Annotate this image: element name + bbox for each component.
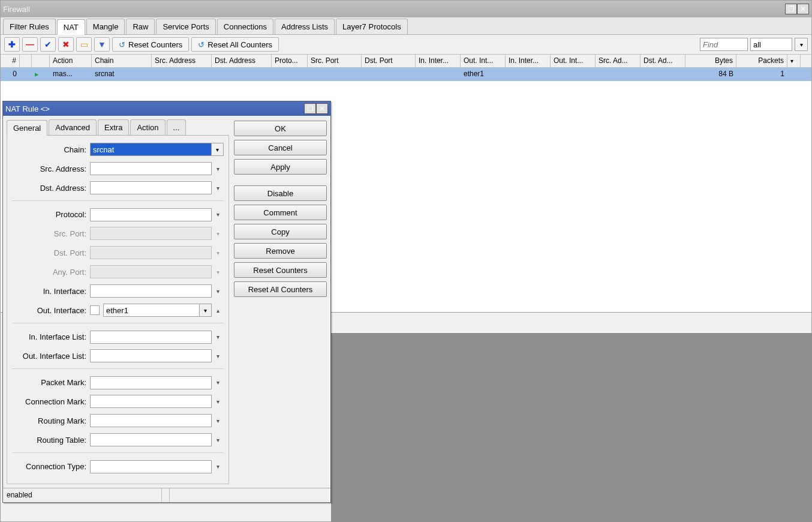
input-connection-type[interactable] (90, 460, 212, 473)
input-dst-address[interactable] (90, 181, 212, 194)
dialog-close-button[interactable]: ✕ (316, 103, 328, 114)
col-in-inter[interactable]: In. Inter... (416, 55, 461, 67)
filter-button[interactable]: ▼ (94, 37, 110, 52)
dlg-tab-more[interactable]: ... (167, 119, 187, 135)
col-dst-address[interactable]: Dst. Address (212, 55, 272, 67)
routing-mark-expand[interactable] (212, 414, 224, 427)
disable-button[interactable]: ✖ (58, 37, 74, 52)
in-interface-list-expand[interactable] (212, 331, 224, 344)
comment-button[interactable]: ▭ (76, 37, 92, 52)
src-address-expand[interactable] (212, 162, 224, 175)
x-icon: ✖ (62, 40, 70, 49)
input-dst-port (90, 246, 212, 259)
table-row[interactable]: 0 ▸ mas... srcnat ether1 84 B 1 (1, 68, 811, 81)
input-src-address[interactable] (90, 162, 212, 175)
label-in-interface-list: In. Interface List: (12, 332, 90, 341)
in-interface-expand[interactable] (212, 284, 224, 298)
col-out-int2[interactable]: Out. Int... (551, 55, 596, 67)
comment-rule-button[interactable]: Comment (234, 205, 327, 220)
nat-rule-dialog: NAT Rule <> ❐ ✕ General Advanced Extra A… (2, 101, 331, 503)
input-connection-mark[interactable] (90, 395, 212, 408)
main-maximize-button[interactable]: ❐ (785, 4, 797, 14)
input-out-interface-list[interactable] (90, 349, 212, 362)
add-button[interactable]: ✚ (4, 37, 20, 52)
disable-rule-button[interactable]: Disable (234, 185, 327, 201)
out-interface-collapse[interactable] (212, 304, 224, 317)
cell-dst-port (362, 68, 416, 81)
label-connection-mark: Connection Mark: (12, 397, 90, 406)
tab-nat[interactable]: NAT (57, 19, 85, 35)
remove-rule-button[interactable]: Remove (234, 243, 327, 259)
dst-port-expand[interactable] (212, 246, 224, 259)
col-dst-port[interactable]: Dst. Port (362, 55, 416, 67)
col-flag[interactable] (20, 55, 32, 67)
dlg-tab-extra[interactable]: Extra (98, 119, 129, 135)
out-interface-dropdown[interactable] (200, 304, 212, 317)
input-routing-mark[interactable] (90, 414, 212, 427)
any-port-expand[interactable] (212, 265, 224, 278)
main-title: Firewall (3, 5, 785, 14)
label-src-port: Src. Port: (12, 229, 90, 238)
label-any-port: Any. Port: (12, 268, 90, 277)
input-chain[interactable]: srcnat (90, 143, 212, 156)
connection-mark-expand[interactable] (212, 395, 224, 408)
input-protocol[interactable] (90, 208, 212, 221)
out-interface-list-expand[interactable] (212, 349, 224, 362)
chain-dropdown[interactable] (212, 143, 224, 156)
label-protocol: Protocol: (12, 210, 90, 219)
tab-filter-rules[interactable]: Filter Rules (3, 19, 56, 34)
remove-button[interactable]: — (22, 37, 38, 52)
dlg-tab-advanced[interactable]: Advanced (49, 119, 97, 135)
dialog-maximize-button[interactable]: ❐ (304, 103, 316, 114)
tab-address-lists[interactable]: Address Lists (275, 19, 335, 34)
src-port-expand[interactable] (212, 227, 224, 240)
tab-mangle[interactable]: Mangle (86, 19, 125, 34)
tab-layer7[interactable]: Layer7 Protocols (336, 19, 408, 34)
dlg-tab-action[interactable]: Action (130, 119, 165, 135)
cancel-button[interactable]: Cancel (234, 140, 327, 155)
col-packets[interactable]: Packets (736, 55, 787, 67)
dst-address-expand[interactable] (212, 181, 224, 194)
input-routing-table[interactable] (90, 433, 212, 446)
reset-all-counters-button[interactable]: ↺Reset All Counters (191, 37, 279, 52)
col-src-address[interactable]: Src. Address (152, 55, 212, 67)
col-proto[interactable]: Proto... (272, 55, 308, 67)
apply-button[interactable]: Apply (234, 159, 327, 175)
packet-mark-expand[interactable] (212, 376, 224, 389)
input-in-interface[interactable] (90, 284, 212, 298)
col-dst-ad[interactable]: Dst. Ad... (640, 55, 685, 67)
connection-type-expand[interactable] (212, 460, 224, 473)
out-interface-negate[interactable] (90, 305, 100, 315)
col-chain[interactable]: Chain (92, 55, 152, 67)
dlg-tab-general[interactable]: General (7, 120, 47, 136)
col-st[interactable] (32, 55, 50, 67)
tab-service-ports[interactable]: Service Ports (156, 19, 215, 34)
col-action[interactable]: Action (50, 55, 92, 67)
find-input[interactable] (700, 38, 748, 51)
input-out-interface[interactable]: ether1 (103, 304, 200, 317)
input-in-interface-list[interactable] (90, 331, 212, 344)
col-src-port[interactable]: Src. Port (308, 55, 362, 67)
protocol-expand[interactable] (212, 208, 224, 221)
col-options[interactable] (787, 55, 801, 67)
enable-button[interactable]: ✔ (40, 37, 56, 52)
reset-counters-button[interactable]: ↺Reset Counters (112, 37, 189, 52)
cell-src-port (308, 68, 362, 81)
tab-raw[interactable]: Raw (126, 19, 155, 34)
filter-dropdown-button[interactable] (795, 38, 808, 51)
reset-all-counters-rule-button[interactable]: Reset All Counters (234, 281, 327, 297)
input-packet-mark[interactable] (90, 376, 212, 389)
filter-select[interactable]: all (750, 38, 792, 51)
col-src-ad[interactable]: Src. Ad... (596, 55, 640, 67)
routing-table-expand[interactable] (212, 433, 224, 446)
main-close-button[interactable]: ✕ (797, 4, 809, 14)
dialog-titlebar[interactable]: NAT Rule <> ❐ ✕ (3, 101, 330, 116)
reset-counters-rule-button[interactable]: Reset Counters (234, 262, 327, 278)
col-in-inter2[interactable]: In. Inter... (506, 55, 551, 67)
ok-button[interactable]: OK (234, 121, 327, 136)
col-out-int[interactable]: Out. Int... (461, 55, 506, 67)
col-num[interactable]: # (1, 55, 20, 67)
copy-button[interactable]: Copy (234, 224, 327, 239)
col-bytes[interactable]: Bytes (685, 55, 736, 67)
tab-connections[interactable]: Connections (217, 19, 273, 34)
